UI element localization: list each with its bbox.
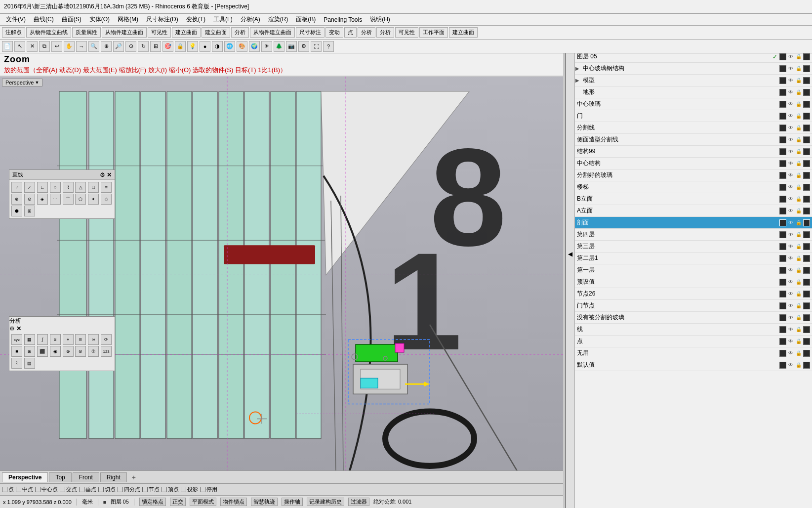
layer-render-4f[interactable] xyxy=(803,231,810,238)
layer-render-door[interactable] xyxy=(803,113,810,120)
snap-checkbox-label[interactable]: 点 xyxy=(2,486,14,493)
layer-color-struct99[interactable] xyxy=(779,148,786,155)
layer-lock-door[interactable]: 🔒 xyxy=(795,113,802,120)
ft-analyze-icon-10[interactable]: ⊞ xyxy=(24,346,35,357)
layer-check-node26[interactable]: ✓ xyxy=(771,291,778,297)
layer-row-unsplit-glass[interactable]: ▶ 没有被分割的玻璃 ✓ 👁 🔒 xyxy=(566,312,812,324)
layer-vis-point[interactable]: 👁 xyxy=(787,338,794,345)
layer-color-b-elev[interactable] xyxy=(779,196,786,203)
layer-check-unused[interactable]: ✓ xyxy=(771,350,778,357)
ft-analyze-icon-18[interactable]: ▤ xyxy=(24,358,35,369)
layer-lock-stairs[interactable]: 🔒 xyxy=(795,184,802,191)
snap-checkbox-intersect[interactable] xyxy=(60,487,65,492)
ft-line-icon-3[interactable]: ∟ xyxy=(37,182,48,193)
ft-line-icon-18[interactable]: ⊞ xyxy=(24,206,35,216)
viewport-label[interactable]: Perspective ▼ xyxy=(2,79,42,86)
snap-knot-label[interactable]: 节点 xyxy=(142,486,160,493)
snap-midpoint-label[interactable]: 中点 xyxy=(16,486,33,493)
layer-lock-point[interactable]: 🔒 xyxy=(795,338,802,345)
ft-analyze-icon-2[interactable]: ▦ xyxy=(24,334,35,345)
layer-vis-struct99[interactable]: 👁 xyxy=(787,148,794,155)
icon-globe[interactable]: 🌍 xyxy=(249,41,260,52)
layer-row-node26[interactable]: ▶ 节点26 ✓ 👁 🔒 xyxy=(566,288,812,300)
menu-file[interactable]: 文件(V) xyxy=(2,14,30,25)
menu-help[interactable]: 说明(H) xyxy=(366,14,394,25)
layer-row-door-node[interactable]: ▶ 门节点 ✓ 👁 🔒 xyxy=(566,300,812,312)
tb-build-surface3[interactable]: 建立曲面 xyxy=(449,27,478,38)
tb-analyze3[interactable]: 分析 xyxy=(376,27,394,38)
ft-line-icon-2[interactable]: ⟋ xyxy=(24,182,35,193)
ft-analyze-icon-4[interactable]: α xyxy=(50,334,61,345)
layer-check-point[interactable]: ✓ xyxy=(771,338,778,345)
ft-settings-icon[interactable]: ⚙ xyxy=(100,171,105,178)
layer-vis-unused[interactable]: 👁 xyxy=(787,350,794,357)
layer-lock-unsplit-glass[interactable]: 🔒 xyxy=(795,314,802,321)
layer-row-line[interactable]: ▶ 线 ✓ 👁 🔒 xyxy=(566,324,812,336)
snap-checkbox-vertex[interactable] xyxy=(162,487,167,492)
layer-lock-1f[interactable]: 🔒 xyxy=(795,267,802,274)
layer-vis-node26[interactable]: 👁 xyxy=(787,291,794,297)
icon-sphere[interactable]: 🌐 xyxy=(224,41,235,52)
icon-undo[interactable]: ↩ xyxy=(51,41,62,52)
layer-check-door[interactable]: ✓ xyxy=(771,113,778,120)
layer-color-1f[interactable] xyxy=(779,267,786,274)
layer-vis-1f[interactable]: 👁 xyxy=(787,267,794,274)
layer-color-4f[interactable] xyxy=(779,231,786,238)
layer-lock-node26[interactable]: 🔒 xyxy=(795,291,802,297)
ft-line-icon-14[interactable]: ⬡ xyxy=(75,194,86,205)
snap-disable-label[interactable]: 停用 xyxy=(200,486,217,493)
layer-color-3f[interactable] xyxy=(779,243,786,250)
layer-row-glass-struct[interactable]: ▶ 中心玻璃钢结构 ✓ 👁 🔒 xyxy=(566,63,812,75)
layer-vis-door[interactable]: 👁 xyxy=(787,113,794,120)
layer-lock-default-val[interactable]: 🔒 xyxy=(795,279,802,286)
snap-btn[interactable]: 物件锁点 xyxy=(220,498,247,506)
layer-lock-model[interactable]: 🔒 xyxy=(795,77,802,84)
layer-color-center-struct[interactable] xyxy=(779,160,786,167)
layer-row-section[interactable]: ▶ 剖面 ✓ 👁 🔒 xyxy=(566,217,812,229)
layer-check-unsplit-glass[interactable]: ✓ xyxy=(771,314,778,321)
ft-line-icon-5[interactable]: ⌇ xyxy=(63,182,74,193)
snap-perp-label[interactable]: 垂点 xyxy=(79,486,96,493)
tb-point[interactable]: 点 xyxy=(344,27,357,38)
layer-vis-side-divline[interactable]: 👁 xyxy=(787,136,794,143)
tb-mass-prop[interactable]: 质量属性 xyxy=(72,27,101,38)
layer-vis-split-glass[interactable]: 👁 xyxy=(787,172,794,179)
layer-render-center-struct[interactable] xyxy=(803,160,810,167)
layer-vis-door-node[interactable]: 👁 xyxy=(787,302,794,309)
layer-lock-glass-struct[interactable]: 🔒 xyxy=(795,65,802,72)
layer-row-divline[interactable]: ▶ 分割线 ✓ 👁 🔒 xyxy=(566,122,812,134)
layer-check-center-glass[interactable]: ✓ xyxy=(771,101,778,108)
menu-paneling[interactable]: Paneling Tools xyxy=(320,15,366,24)
layer-row-4f[interactable]: ▶ 第四层 ✓ 👁 🔒 xyxy=(566,229,812,241)
snap-checkbox-point[interactable] xyxy=(2,487,7,492)
layer-vis-unsplit-glass[interactable]: 👁 xyxy=(787,314,794,321)
snap-checkbox-disable[interactable] xyxy=(200,487,205,492)
icon-camera[interactable]: 📷 xyxy=(286,41,297,52)
layer-render-stairs[interactable] xyxy=(803,184,810,191)
layer-row-door[interactable]: ▶ 门 ✓ 👁 🔒 xyxy=(566,110,812,122)
layer-render-2f1[interactable] xyxy=(803,255,810,262)
ft-line-icon-1[interactable]: ⟋ xyxy=(11,182,22,193)
layer-render-side-divline[interactable] xyxy=(803,136,810,143)
layer-render-terrain[interactable] xyxy=(803,89,810,96)
ft-close-icon[interactable]: ✕ xyxy=(107,171,112,178)
layer-check-center-struct[interactable]: ✓ xyxy=(771,160,778,167)
layer-check-side-divline[interactable]: ✓ xyxy=(771,136,778,143)
layer-check-glass-struct[interactable]: ✓ xyxy=(771,65,778,72)
ft-line-icon-12[interactable]: ⋯ xyxy=(50,194,61,205)
snap-checkbox-quad[interactable] xyxy=(118,487,123,492)
tb-analyze2[interactable]: 分析 xyxy=(358,27,375,38)
layer-render-glass-struct[interactable] xyxy=(803,65,810,72)
ft-analyze-icon-1[interactable]: xyz xyxy=(11,334,22,345)
layer-check-2f1[interactable]: ✓ xyxy=(771,255,778,262)
layer-row-struct99[interactable]: ▶ 结构99 ✓ 👁 🔒 xyxy=(566,146,812,158)
menu-mesh[interactable]: 网格(M) xyxy=(114,14,142,25)
layer-check-door-node[interactable]: ✓ xyxy=(771,302,778,309)
layer-check-section[interactable]: ✓ xyxy=(771,219,778,226)
menu-solid[interactable]: 实体(O) xyxy=(85,14,114,25)
icon-new[interactable]: 📄 xyxy=(2,41,13,52)
tab-perspective[interactable]: Perspective xyxy=(2,472,48,482)
icon-help[interactable]: ? xyxy=(323,41,334,52)
layer-color-center-glass[interactable] xyxy=(779,101,786,108)
ft-analyze-icon-8[interactable]: ⟳ xyxy=(101,334,112,345)
